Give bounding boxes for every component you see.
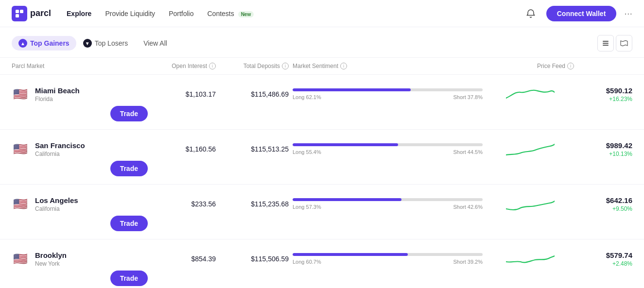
sentiment-cell: Long 55.4% Short 44.5% (289, 143, 487, 155)
main-nav: Explore Provide Liquidity Portfolio Cont… (67, 10, 254, 17)
sentiment-cell: Long 62.1% Short 37.8% (289, 88, 487, 100)
table-header: Parcl Market Open Interest i Total Depos… (0, 58, 644, 75)
market-name: San Francisco (35, 141, 85, 150)
list-view-button[interactable] (597, 35, 614, 51)
nav-contests[interactable]: Contests New (207, 10, 254, 17)
nav-provide-liquidity[interactable]: Provide Liquidity (105, 10, 155, 17)
svg-rect-1 (20, 10, 23, 13)
market-info: Los Angeles California (35, 196, 78, 212)
th-open-interest: Open Interest i (148, 63, 216, 69)
price-value: $579.74 (574, 251, 632, 259)
logo-text: parcl (30, 8, 51, 18)
total-deposits-value: $115,235.68 (216, 200, 289, 208)
sparkline-cell (487, 247, 574, 271)
flag-icon: 🇺🇸 (12, 250, 29, 268)
open-interest-value: $1,103.17 (148, 90, 216, 98)
long-label: Long 57.3% (293, 204, 321, 210)
trade-btn-cell: Trade (12, 106, 148, 121)
th-price-feed: Price Feed i (487, 63, 574, 69)
flag-icon: 🇺🇸 (12, 85, 29, 103)
trade-button[interactable]: Trade (110, 271, 148, 286)
long-label: Long 62.1% (293, 94, 321, 100)
long-label: Long 55.4% (293, 149, 321, 155)
sparkline-cell (487, 137, 574, 161)
notification-bell[interactable] (523, 6, 539, 21)
trade-btn-cell: Trade (12, 271, 148, 286)
sentiment-labels: Long 62.1% Short 37.8% (293, 94, 483, 100)
price-cell: $642.16 +9.50% (574, 196, 632, 212)
market-info: Brooklyn New York (35, 251, 67, 267)
price-feed-info-icon[interactable]: i (567, 63, 574, 69)
market-region: New York (35, 260, 67, 267)
price-value: $590.12 (574, 86, 632, 95)
short-label: Short 39.2% (453, 259, 483, 265)
tab-top-losers[interactable]: ▼ Top Losers (76, 36, 135, 51)
nav-portfolio[interactable]: Portfolio (169, 10, 193, 17)
price-cell: $590.12 +16.23% (574, 86, 632, 102)
table-row: 🇺🇸 San Francisco California $1,160.56 $1… (0, 130, 644, 185)
market-name: Los Angeles (35, 196, 78, 204)
flag-icon: 🇺🇸 (12, 195, 29, 213)
trade-button[interactable]: Trade (110, 216, 148, 231)
market-sentiment-info-icon[interactable]: i (340, 63, 347, 69)
more-options-icon[interactable]: ··· (624, 8, 632, 19)
open-interest-value: $233.56 (148, 200, 216, 208)
th-market: Parcl Market (12, 63, 148, 69)
svg-rect-4 (603, 43, 609, 44)
market-region: California (35, 151, 85, 157)
market-info: Miami Beach Florida (35, 86, 80, 102)
sentiment-bar (293, 88, 483, 91)
nav-explore[interactable]: Explore (67, 10, 91, 17)
price-change: +9.50% (574, 205, 632, 212)
open-interest-value: $854.39 (148, 255, 216, 263)
short-label: Short 37.8% (453, 94, 483, 100)
connect-wallet-button[interactable]: Connect Wallet (546, 6, 617, 21)
table-body: 🇺🇸 Miami Beach Florida $1,103.17 $115,48… (0, 75, 644, 288)
open-interest-value: $1,160.56 (148, 145, 216, 153)
sparkline-svg (506, 137, 555, 161)
table-row: 🇺🇸 Miami Beach Florida $1,103.17 $115,48… (0, 75, 644, 130)
total-deposits-value: $115,486.69 (216, 90, 289, 98)
contests-badge: New (238, 11, 254, 17)
sentiment-labels: Long 57.3% Short 42.6% (293, 204, 483, 210)
sentiment-bar-fill (293, 88, 411, 91)
price-value: $989.42 (574, 141, 632, 150)
th-action (574, 63, 632, 69)
trade-btn-cell: Trade (12, 161, 148, 176)
price-change: +2.48% (574, 260, 632, 267)
sentiment-cell: Long 60.7% Short 39.2% (289, 253, 487, 265)
market-cell: 🇺🇸 Brooklyn New York (12, 250, 148, 268)
table-row: 🇺🇸 Brooklyn New York $854.39 $115,506.59… (0, 239, 644, 288)
losers-icon: ▼ (83, 39, 92, 48)
flag-icon: 🇺🇸 (12, 140, 29, 158)
tab-view-all[interactable]: View All (139, 36, 172, 50)
open-interest-info-icon[interactable]: i (209, 63, 216, 69)
sentiment-labels: Long 55.4% Short 44.5% (293, 149, 483, 155)
sentiment-labels: Long 60.7% Short 39.2% (293, 259, 483, 265)
trade-button[interactable]: Trade (110, 161, 148, 176)
price-change: +16.23% (574, 96, 632, 102)
trade-button[interactable]: Trade (110, 106, 148, 121)
market-cell: 🇺🇸 Los Angeles California (12, 195, 148, 213)
header: parcl Explore Provide Liquidity Portfoli… (0, 0, 644, 27)
header-right: Connect Wallet ··· (523, 6, 632, 21)
total-deposits-info-icon[interactable]: i (282, 63, 289, 69)
total-deposits-value: $115,506.59 (216, 255, 289, 263)
svg-rect-2 (16, 14, 19, 17)
short-label: Short 44.5% (453, 149, 483, 155)
trade-btn-cell: Trade (12, 216, 148, 231)
sentiment-bar (293, 198, 483, 201)
sparkline-svg (506, 247, 555, 271)
th-total-deposits: Total Deposits i (216, 63, 289, 69)
tab-top-gainers[interactable]: ▲ Top Gainers (12, 36, 76, 51)
logo-icon (12, 6, 27, 21)
price-value: $642.16 (574, 196, 632, 204)
market-cell: 🇺🇸 San Francisco California (12, 140, 148, 158)
market-region: California (35, 205, 78, 212)
th-market-sentiment: Market Sentiment i (289, 63, 487, 69)
map-view-button[interactable] (616, 35, 632, 51)
sparkline-cell (487, 83, 574, 106)
table-row: 🇺🇸 Los Angeles California $233.56 $115,2… (0, 185, 644, 239)
price-cell: $989.42 +10.13% (574, 141, 632, 157)
gainers-icon: ▲ (18, 39, 27, 48)
